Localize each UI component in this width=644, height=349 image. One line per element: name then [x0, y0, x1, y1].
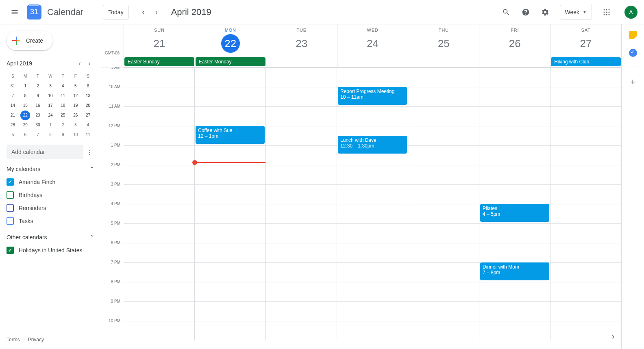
- view-switcher-button[interactable]: Week ▼: [560, 5, 592, 20]
- day-header[interactable]: TUE23: [266, 24, 337, 57]
- calendar-list-item[interactable]: Holidays in United States: [7, 244, 101, 257]
- mini-day[interactable]: 31: [7, 81, 19, 91]
- mini-day[interactable]: 17: [44, 101, 57, 111]
- settings-button[interactable]: [537, 4, 553, 20]
- search-button[interactable]: [498, 4, 514, 20]
- day-number[interactable]: 27: [577, 34, 595, 53]
- day-column[interactable]: [124, 67, 194, 340]
- mini-day[interactable]: 5: [69, 81, 82, 91]
- day-header[interactable]: SUN21: [124, 24, 195, 57]
- mini-next-month-button[interactable]: ›: [85, 59, 94, 68]
- day-column[interactable]: [550, 67, 621, 340]
- allday-cell[interactable]: [408, 57, 479, 67]
- mini-day[interactable]: 3: [44, 81, 57, 91]
- mini-day[interactable]: 12: [69, 91, 82, 101]
- other-calendars-toggle[interactable]: Other calendars ⌃: [7, 234, 101, 241]
- mini-day[interactable]: 10: [69, 130, 82, 140]
- calendar-list-item[interactable]: Birthdays: [7, 189, 101, 202]
- day-number[interactable]: 21: [150, 34, 169, 53]
- day-column[interactable]: Report Progress Meeting10 – 11amLunch wi…: [337, 67, 408, 340]
- mini-day[interactable]: 2: [57, 120, 69, 130]
- calendar-event[interactable]: Pilates4 – 5pm: [480, 204, 549, 222]
- allday-cell[interactable]: Easter Monday: [195, 57, 266, 67]
- allday-event[interactable]: Hiking with Club: [551, 57, 621, 66]
- mini-day[interactable]: 9: [57, 130, 69, 140]
- prev-week-button[interactable]: ‹: [137, 6, 150, 19]
- mini-day[interactable]: 3: [69, 120, 82, 130]
- terms-link[interactable]: Terms: [7, 337, 20, 342]
- mini-day[interactable]: 29: [19, 120, 32, 130]
- day-number[interactable]: 22: [221, 34, 240, 53]
- mini-day[interactable]: 10: [44, 91, 57, 101]
- calendar-event[interactable]: Coffee with Sue12 – 1pm: [196, 126, 265, 144]
- day-column[interactable]: Coffee with Sue12 – 1pm: [194, 67, 265, 340]
- calendar-list-item[interactable]: Amanda Finch: [7, 176, 101, 189]
- add-calendar-button[interactable]: Add calendar: [7, 145, 83, 159]
- next-week-button[interactable]: ›: [150, 6, 163, 19]
- help-button[interactable]: [518, 4, 534, 20]
- mini-day[interactable]: 15: [19, 101, 32, 111]
- get-addons-button[interactable]: +: [630, 77, 635, 87]
- day-header[interactable]: MON22: [195, 24, 266, 57]
- mini-day[interactable]: 27: [82, 111, 94, 120]
- mini-day[interactable]: 2: [32, 81, 44, 91]
- day-number[interactable]: 24: [363, 34, 382, 53]
- allday-cell[interactable]: Hiking with Club: [550, 57, 621, 67]
- allday-event[interactable]: Easter Sunday: [124, 57, 194, 66]
- calendar-checkbox[interactable]: [7, 217, 14, 225]
- mini-day[interactable]: 8: [44, 130, 57, 140]
- mini-day[interactable]: 1: [44, 120, 57, 130]
- day-column[interactable]: [408, 67, 479, 340]
- mini-day[interactable]: 4: [57, 81, 69, 91]
- allday-cell[interactable]: [266, 57, 337, 67]
- my-calendars-toggle[interactable]: My calendars ⌃: [7, 166, 101, 172]
- mini-day[interactable]: 24: [44, 111, 57, 120]
- mini-day[interactable]: 7: [7, 91, 19, 101]
- mini-day[interactable]: 11: [82, 130, 94, 140]
- mini-day[interactable]: 26: [69, 111, 82, 120]
- mini-day[interactable]: 8: [19, 91, 32, 101]
- allday-cell[interactable]: [337, 57, 408, 67]
- allday-cell[interactable]: [479, 57, 550, 67]
- mini-prev-month-button[interactable]: ‹: [75, 59, 85, 68]
- mini-day[interactable]: 6: [19, 130, 32, 140]
- day-number[interactable]: 26: [505, 34, 524, 53]
- calendar-list-item[interactable]: Reminders: [7, 202, 101, 215]
- google-apps-button[interactable]: [598, 4, 615, 20]
- mini-day[interactable]: 20: [82, 101, 94, 111]
- mini-day[interactable]: 13: [82, 91, 94, 101]
- mini-day[interactable]: 4: [82, 120, 94, 130]
- add-calendar-overflow-button[interactable]: ⋮: [85, 147, 94, 157]
- day-header[interactable]: SAT27: [550, 24, 621, 57]
- allday-event[interactable]: Easter Monday: [196, 57, 265, 66]
- mini-day[interactable]: 9: [32, 91, 44, 101]
- mini-day[interactable]: 21: [7, 111, 19, 120]
- keep-icon[interactable]: [629, 31, 637, 39]
- create-button[interactable]: Create: [7, 31, 53, 50]
- mini-day[interactable]: 25: [57, 111, 69, 120]
- mini-day[interactable]: 7: [32, 130, 44, 140]
- calendar-event[interactable]: Lunch with Dave12:30 – 1:30pm: [338, 136, 407, 154]
- mini-day[interactable]: 28: [7, 120, 19, 130]
- day-column[interactable]: Pilates4 – 5pmDinner with Mom7 – 8pm: [479, 67, 550, 340]
- mini-day[interactable]: 16: [32, 101, 44, 111]
- mini-day[interactable]: 1: [19, 81, 32, 91]
- privacy-link[interactable]: Privacy: [28, 337, 44, 342]
- calendar-list-item[interactable]: Tasks: [7, 215, 101, 228]
- day-header[interactable]: WED24: [337, 24, 408, 57]
- today-button[interactable]: Today: [103, 5, 128, 20]
- allday-cell[interactable]: Easter Sunday: [124, 57, 195, 67]
- mini-day[interactable]: 11: [57, 91, 69, 101]
- mini-day[interactable]: 14: [7, 101, 19, 111]
- day-column[interactable]: [265, 67, 337, 340]
- mini-day[interactable]: 23: [32, 111, 44, 120]
- mini-day[interactable]: 22: [20, 111, 30, 120]
- mini-day[interactable]: 30: [32, 120, 44, 130]
- main-menu-button[interactable]: [7, 4, 23, 20]
- day-number[interactable]: 25: [434, 34, 453, 53]
- day-header[interactable]: THU25: [408, 24, 479, 57]
- mini-day[interactable]: 19: [69, 101, 82, 111]
- mini-calendar[interactable]: SMTWTFS311234567891011121314151617181920…: [7, 72, 101, 140]
- calendar-checkbox[interactable]: [7, 191, 14, 199]
- mini-day[interactable]: 18: [57, 101, 69, 111]
